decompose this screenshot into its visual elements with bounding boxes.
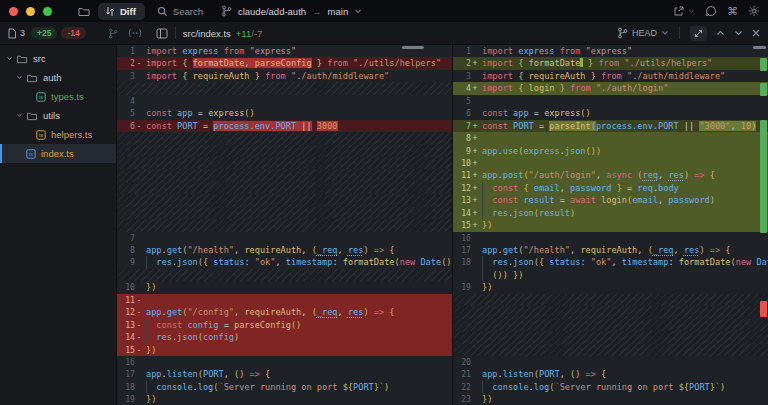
diff-sign (471, 244, 479, 256)
sidebar-item-index-ts[interactable]: tsindex.ts (0, 144, 116, 163)
total-deletions-badge: -14 (61, 27, 85, 39)
settings-gear-button[interactable] (748, 5, 760, 17)
code-line: app.listen(PORT, () => { (143, 368, 452, 380)
chevron-down-icon[interactable] (16, 113, 23, 118)
diff-row: 15-}) (117, 344, 452, 356)
line-number: 11 (117, 294, 135, 306)
close-diff-button[interactable] (752, 29, 760, 37)
line-number: 15 (453, 219, 471, 231)
diff-gap-row (453, 306, 768, 318)
zoom-window-button[interactable] (43, 7, 52, 16)
diff-sign: - (135, 294, 143, 306)
sidebar-item-label: helpers.ts (51, 129, 92, 140)
code-line (479, 132, 768, 144)
sidebar-item-label: src (33, 53, 46, 64)
diff-sign (471, 45, 479, 57)
diff-gap-row (117, 269, 452, 281)
code-line: }) (479, 281, 768, 293)
line-number: 1 (117, 45, 135, 57)
next-change-button[interactable] (734, 30, 743, 36)
diff-row: 9+app.use(express.json()) (453, 145, 768, 157)
ts-file-icon: ts (36, 92, 46, 102)
code-line: app.use(express.json()) (479, 145, 768, 157)
code-line: import { requireAuth } from "./auth/midd… (479, 70, 768, 82)
code-line: const app = express() (479, 107, 768, 119)
line-number: 2 (117, 57, 135, 69)
chevron-down-icon[interactable] (6, 56, 13, 61)
sidebar-item-src[interactable]: src (0, 49, 116, 68)
diff-row: 5const app = express() (117, 107, 452, 119)
code-line: import { formatDate } from "./utils/help… (479, 57, 768, 69)
target-branch[interactable]: main (328, 6, 349, 17)
file-additions: +11 (236, 28, 251, 39)
diff-compare-icon (105, 6, 115, 17)
line-number: 6 (453, 107, 471, 119)
chevron-down-icon[interactable] (354, 8, 362, 14)
code-line: }) (479, 393, 768, 405)
line-number: 4 (117, 95, 135, 107)
diff-sign (471, 107, 479, 119)
diff-sign: + (471, 132, 479, 144)
diff-row: 15+}) (453, 219, 768, 231)
head-ref-selector[interactable]: HEAD (617, 27, 669, 39)
open-external-button[interactable] (673, 5, 695, 17)
folder-icon (26, 73, 38, 83)
diff-row: 6-const PORT = process.env.PORT || 3000 (117, 120, 452, 132)
sidebar-item-helpers-ts[interactable]: tshelpers.ts (0, 125, 116, 144)
code-line: const PORT = parseInt(process.env.PORT |… (479, 120, 768, 132)
sidebar-item-types-ts[interactable]: tstypes.ts (0, 87, 116, 106)
code-line: }) (143, 344, 452, 356)
comments-button[interactable] (705, 5, 717, 17)
folder-icon (26, 111, 38, 121)
diff-gap-row (453, 331, 768, 343)
line-number: 7 (117, 232, 135, 244)
expand-diff-button[interactable] (690, 26, 707, 41)
code-line: ()) }) (479, 269, 768, 281)
line-number: 23 (453, 393, 471, 405)
diff-sign (471, 95, 479, 107)
sidebar-item-label: index.ts (41, 148, 74, 159)
chevron-down-icon[interactable] (16, 75, 23, 80)
code-line: app.get("/config", requireAuth, (_req, r… (143, 306, 452, 318)
prev-change-button[interactable] (716, 30, 725, 36)
close-window-button[interactable] (9, 7, 18, 16)
diff-sign (135, 45, 143, 57)
diff-row: 20 (453, 356, 768, 368)
scrollbar-thumb[interactable] (402, 46, 424, 49)
diff-sign (135, 232, 143, 244)
file-deletions: -7 (254, 28, 262, 39)
source-branch[interactable]: claude/add-auth (238, 6, 306, 17)
diff-gap-row (453, 344, 768, 356)
diff-row: 16 (453, 232, 768, 244)
command-icon[interactable]: ⌘ (727, 6, 738, 17)
diff-sign (135, 256, 143, 268)
code-line: const PORT = process.env.PORT || 3000 (143, 120, 452, 132)
code-line: res.json(result) (479, 207, 768, 219)
line-number: 14 (117, 331, 135, 343)
sidebar-item-utils[interactable]: utils (0, 106, 116, 125)
chevron-down-icon (688, 9, 695, 14)
commit-graph-icon[interactable] (108, 28, 118, 39)
code-line: import { login } from "./auth/login" (479, 82, 768, 94)
tab-diff[interactable]: Diff (98, 3, 145, 20)
sidebar-item-auth[interactable]: auth (0, 68, 116, 87)
line-number: 7 (453, 120, 471, 132)
tab-diff-label: Diff (120, 6, 136, 17)
minimize-window-button[interactable] (26, 7, 35, 16)
diff-sign: + (471, 157, 479, 169)
code-line: app.get("/health", requireAuth, (_req, r… (143, 244, 452, 256)
sidebar-toggle-button[interactable] (156, 28, 168, 39)
line-number: 8 (117, 244, 135, 256)
chevron-down-icon (661, 30, 669, 36)
code-line: import { requireAuth } from "./auth/midd… (143, 70, 452, 82)
code-line: }) (479, 219, 768, 231)
scrollbar-thumb[interactable] (753, 46, 766, 49)
folder-icon (16, 54, 28, 64)
line-number: 16 (453, 232, 471, 244)
diff-sign (135, 281, 143, 293)
whitespace-toggle-icon[interactable] (128, 28, 142, 38)
line-number: 20 (453, 356, 471, 368)
search-button[interactable]: Search (149, 4, 211, 19)
diff-sign: + (471, 194, 479, 206)
folder-icon[interactable] (74, 4, 94, 19)
